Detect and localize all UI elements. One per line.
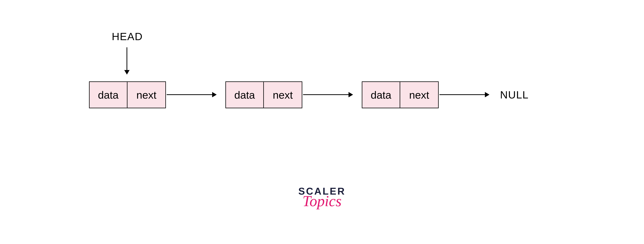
- linked-list-diagram: HEAD data next data next data next NULL …: [0, 0, 644, 244]
- pointer-arrow: [440, 94, 489, 95]
- linked-list-node: data next: [89, 81, 166, 108]
- node-data-cell: data: [226, 82, 264, 108]
- node-next-cell: next: [264, 82, 302, 108]
- linked-list-node: data next: [226, 81, 302, 108]
- brand-logo-line2: Topics: [298, 194, 346, 209]
- pointer-arrow: [303, 94, 352, 95]
- head-label: HEAD: [112, 30, 143, 43]
- brand-logo: SCALER Topics: [298, 186, 346, 209]
- linked-list-node: data next: [362, 81, 439, 108]
- node-next-cell: next: [400, 82, 438, 108]
- node-data-cell: data: [90, 82, 128, 108]
- pointer-arrow: [167, 94, 216, 95]
- node-data-cell: data: [362, 82, 400, 108]
- null-label: NULL: [500, 89, 529, 101]
- head-arrow: [126, 47, 127, 74]
- node-next-cell: next: [128, 82, 165, 108]
